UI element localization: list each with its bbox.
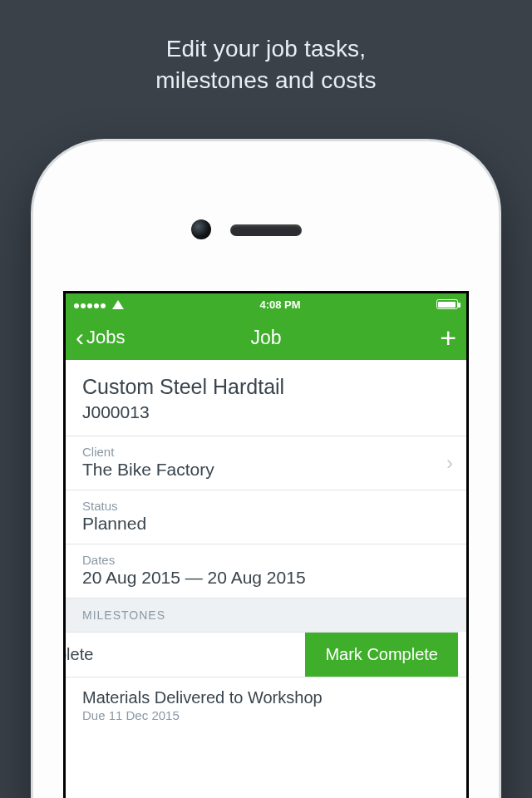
content: Custom Steel Hardtail J000013 Client The…	[66, 360, 466, 732]
dates-field[interactable]: Dates 20 Aug 2015 — 20 Aug 2015	[66, 544, 466, 598]
field-label: Client	[82, 445, 450, 459]
field-value: Planned	[82, 514, 450, 534]
field-value: 20 Aug 2015 — 20 Aug 2015	[82, 568, 450, 588]
chevron-right-icon: ›	[446, 451, 453, 475]
nav-bar: ‹ Jobs Job +	[66, 315, 466, 360]
back-button[interactable]: ‹ Jobs	[76, 325, 125, 350]
milestone-row[interactable]: Materials Delivered to Workshop Due 11 D…	[66, 677, 466, 732]
chevron-left-icon: ‹	[76, 325, 84, 350]
milestone-row-swiped[interactable]: plete Mark Complete	[63, 632, 458, 677]
back-label: Jobs	[86, 327, 125, 348]
screen: 4:08 PM ‹ Jobs Job + Custom Steel Hardta…	[63, 291, 469, 798]
promo-line-1: Edit your job tasks,	[0, 33, 532, 65]
job-name: Custom Steel Hardtail	[82, 375, 450, 399]
field-label: Dates	[82, 553, 450, 567]
battery-icon	[436, 299, 458, 309]
camera-icon	[191, 219, 211, 239]
add-button[interactable]: +	[440, 323, 456, 352]
signal-icon	[74, 298, 107, 311]
milestones-section-header: MILESTONES	[66, 598, 466, 632]
mark-complete-button[interactable]: Mark Complete	[305, 633, 458, 677]
status-field[interactable]: Status Planned	[66, 490, 466, 544]
job-header: Custom Steel Hardtail J000013	[66, 360, 466, 436]
promo-text: Edit your job tasks, milestones and cost…	[0, 0, 532, 96]
client-field[interactable]: Client The Bike Factory ›	[66, 436, 466, 490]
milestone-title: Materials Delivered to Workshop	[82, 688, 450, 707]
status-time: 4:08 PM	[259, 298, 300, 311]
job-number: J000013	[82, 402, 450, 422]
wifi-icon	[112, 300, 124, 309]
phone-frame: 4:08 PM ‹ Jobs Job + Custom Steel Hardta…	[33, 141, 499, 798]
status-bar: 4:08 PM	[66, 293, 466, 315]
field-value: The Bike Factory	[82, 460, 450, 480]
earpiece-icon	[230, 224, 302, 236]
page-title: Job	[76, 327, 456, 349]
promo-line-2: milestones and costs	[0, 65, 532, 96]
milestone-due: Due 11 Dec 2015	[82, 708, 450, 722]
milestone-title-partial: plete	[63, 633, 305, 677]
field-label: Status	[82, 499, 450, 513]
